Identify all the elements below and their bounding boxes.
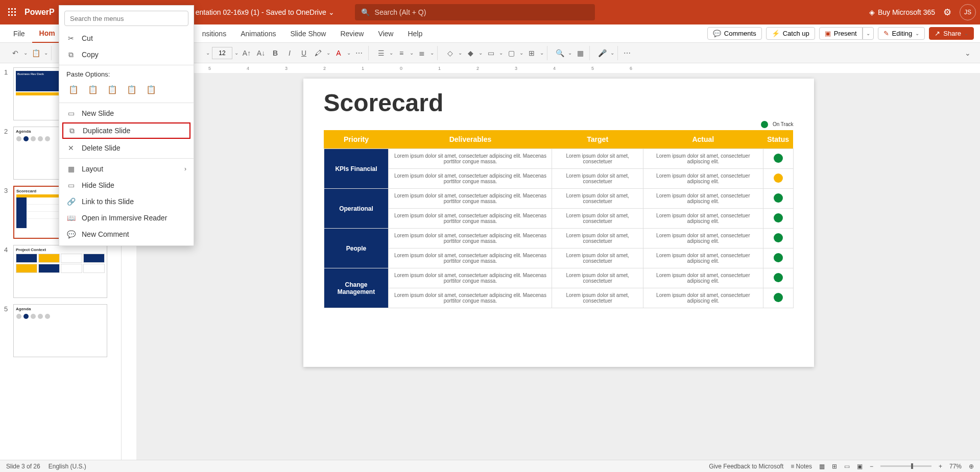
paste-picture-icon[interactable]: 📋 [125, 82, 139, 96]
undo-button[interactable]: ↶ [9, 47, 21, 59]
table-row[interactable]: Lorem ipsum dolor sit amet, consectetuer… [324, 169, 793, 189]
ctx-layout[interactable]: ▦Layout› [59, 161, 194, 177]
paste-use-theme-icon[interactable]: 📋 [86, 82, 100, 96]
chevron-down-icon[interactable]: ⌄ [44, 50, 48, 56]
search-box[interactable]: 🔍 Search (Alt + Q) [355, 4, 595, 20]
bullets-button[interactable]: ☰ [375, 47, 387, 59]
document-title[interactable]: entation 02-16x9 (1) - Saved to OneDrive… [196, 8, 334, 16]
table-row[interactable]: Lorem ipsum dolor sit amet, consectetuer… [324, 249, 793, 268]
decrease-font-button[interactable]: A↓ [255, 47, 267, 59]
slide-title[interactable]: Scorecard [324, 89, 794, 117]
ctx-new-comment[interactable]: 💬New Comment [59, 226, 194, 242]
tab-help[interactable]: Help [400, 24, 429, 43]
present-dropdown[interactable]: ⌄ [863, 27, 874, 40]
slide-thumbnail[interactable]: 5Agenda [4, 304, 117, 357]
designer-button[interactable]: ▦ [574, 47, 586, 59]
underline-button[interactable]: U [298, 47, 310, 59]
ctx-duplicate-slide[interactable]: ⧉Duplicate Slide [62, 122, 190, 139]
scorecard-table[interactable]: PriorityDeliverablesTargetActualStatus K… [324, 130, 794, 308]
editing-button[interactable]: ✎Editing⌄ [878, 27, 925, 40]
share-button[interactable]: ↗Share⌄ [929, 27, 974, 40]
dictate-button[interactable]: 🎤 [596, 47, 608, 59]
view-sorter-icon[interactable]: ⊞ [832, 463, 837, 470]
tab-view[interactable]: View [371, 24, 400, 43]
chevron-down-icon[interactable]: ⌄ [23, 50, 28, 56]
zoom-in-button[interactable]: + [939, 463, 942, 470]
tab-slideshow[interactable]: Slide Show [283, 24, 333, 43]
chevron-down-icon[interactable]: ⌄ [568, 50, 572, 56]
chevron-down-icon[interactable]: ⌄ [610, 50, 614, 56]
canvas-wrap[interactable]: Scorecard On Track PriorityDeliverablesT… [137, 73, 980, 460]
ctx-link-slide[interactable]: 🔗Link to this Slide [59, 193, 194, 210]
chevron-down-icon[interactable]: ⌄ [499, 50, 503, 56]
shape-effects-button[interactable]: ▭ [485, 47, 497, 59]
zoom-level[interactable]: 77% [949, 463, 962, 470]
view-reading-icon[interactable]: ▭ [844, 463, 850, 470]
chevron-down-icon[interactable]: ⌄ [519, 50, 523, 56]
chevron-down-icon[interactable]: ⌄ [410, 50, 414, 56]
chevron-down-icon[interactable]: ⌄ [389, 50, 393, 56]
more-font-button[interactable]: ⋯ [353, 47, 365, 59]
buy-microsoft-button[interactable]: ◈ Buy Microsoft 365 [869, 8, 935, 16]
slide-thumbnail[interactable]: 4Project Context [4, 245, 117, 298]
slide-canvas[interactable]: Scorecard On Track PriorityDeliverablesT… [303, 79, 814, 367]
chevron-down-icon[interactable]: ⌄ [479, 50, 483, 56]
ctx-hide-slide[interactable]: ▭Hide Slide [59, 177, 194, 193]
tab-home[interactable]: Hom [32, 24, 62, 43]
table-row[interactable]: PeopleLorem ipsum dolor sit amet, consec… [324, 229, 793, 249]
font-color-button[interactable]: A [332, 47, 345, 59]
tab-file[interactable]: File [6, 24, 32, 43]
ctx-immersive[interactable]: 📖Open in Immersive Reader [59, 210, 194, 226]
ctx-new-slide[interactable]: ▭New Slide [59, 105, 194, 121]
tab-transitions[interactable]: nsitions [195, 24, 233, 43]
present-button[interactable]: ▣Present [819, 27, 863, 40]
table-row[interactable]: Lorem ipsum dolor sit amet, consectetuer… [324, 209, 793, 229]
feedback-link[interactable]: Give Feedback to Microsoft [709, 463, 783, 470]
clipboard-button[interactable]: 📋 [30, 47, 42, 59]
increase-font-button[interactable]: A↑ [241, 47, 253, 59]
chevron-down-icon[interactable]: ⌄ [430, 50, 434, 56]
ctx-copy[interactable]: ⧉Copy [59, 46, 194, 63]
chevron-down-icon[interactable]: ⌄ [347, 50, 351, 56]
collapse-ribbon-button[interactable]: ⌄ [962, 47, 974, 59]
zoom-slider[interactable] [880, 465, 931, 467]
paste-text-only-icon[interactable]: 📋 [105, 82, 119, 96]
group-button[interactable]: ⊞ [525, 47, 538, 59]
notes-button[interactable]: ≡ Notes [791, 463, 812, 470]
fit-to-window-button[interactable]: ⊕ [969, 463, 974, 470]
app-launcher-icon[interactable] [4, 4, 20, 20]
view-slideshow-icon[interactable]: ▣ [857, 463, 863, 470]
settings-icon[interactable]: ⚙ [943, 7, 951, 18]
table-row[interactable]: KPIs FinancialLorem ipsum dolor sit amet… [324, 149, 793, 169]
paste-special-icon[interactable]: 📋 [144, 82, 158, 96]
context-search-input[interactable] [64, 11, 188, 26]
chevron-down-icon[interactable]: ⌄ [540, 50, 544, 56]
shape-outline-button[interactable]: ◆ [464, 47, 476, 59]
table-row[interactable]: Change ManagementLorem ipsum dolor sit a… [324, 268, 793, 288]
slide-counter[interactable]: Slide 3 of 26 [6, 463, 40, 470]
ctx-cut[interactable]: ✂Cut [59, 30, 194, 46]
chevron-down-icon[interactable]: ⌄ [234, 50, 238, 56]
italic-button[interactable]: I [283, 47, 296, 59]
tab-review[interactable]: Review [333, 24, 371, 43]
tab-animations[interactable]: Animations [233, 24, 283, 43]
bold-button[interactable]: B [269, 47, 281, 59]
table-row[interactable]: OperationalLorem ipsum dolor sit amet, c… [324, 189, 793, 209]
arrange-button[interactable]: ▢ [505, 47, 517, 59]
table-row[interactable]: Lorem ipsum dolor sit amet, consectetuer… [324, 288, 793, 308]
catchup-button[interactable]: ⚡Catch up [766, 27, 815, 40]
shape-fill-button[interactable]: ◇ [444, 47, 456, 59]
chevron-down-icon[interactable]: ⌄ [206, 50, 210, 56]
paste-keep-source-icon[interactable]: 📋 [66, 82, 81, 96]
comments-button[interactable]: 💬Comments [707, 27, 762, 40]
view-normal-icon[interactable]: ▦ [819, 463, 825, 470]
numbering-button[interactable]: ≡ [395, 47, 408, 59]
zoom-out-button[interactable]: − [870, 463, 873, 470]
more-tools-button[interactable]: ⋯ [621, 47, 633, 59]
font-size-input[interactable]: 12 [212, 47, 232, 59]
ctx-delete-slide[interactable]: ✕Delete Slide [59, 140, 194, 156]
align-button[interactable]: ≣ [416, 47, 428, 59]
user-avatar[interactable]: JS [960, 4, 976, 20]
find-button[interactable]: 🔍 [554, 47, 566, 59]
chevron-down-icon[interactable]: ⌄ [326, 50, 330, 56]
